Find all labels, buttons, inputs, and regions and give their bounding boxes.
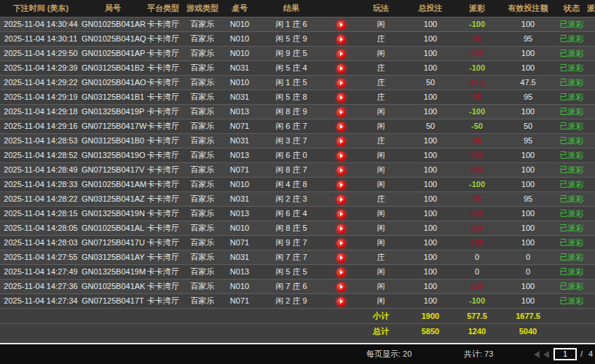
payout-time-clipped: [587, 192, 595, 207]
total-bet: 100: [406, 17, 454, 32]
replay-button[interactable]: [336, 239, 346, 248]
col-game-type: 游戏类型: [182, 0, 223, 17]
subtotal-row-payout: 577.5: [454, 309, 500, 324]
game-type: 百家乐: [182, 221, 223, 236]
replay-button[interactable]: [336, 268, 346, 277]
valid-bet: 100: [500, 149, 556, 163]
play-icon: [340, 299, 343, 304]
result: 闲 8 庄 9: [256, 105, 326, 119]
payout-time-clipped: [587, 221, 595, 236]
total-bet: 100: [406, 221, 454, 236]
table-row: 2025-11-04 14:30:11GN01025B041AQ卡卡湾厅百家乐N…: [0, 32, 595, 47]
replay-button[interactable]: [336, 108, 346, 117]
payout-time-clipped: [587, 178, 595, 192]
valid-bet: 100: [500, 163, 556, 178]
round-id: GN01025B041AP: [82, 47, 144, 61]
table-number: N010: [223, 178, 256, 192]
bet-side: 闲: [355, 236, 406, 250]
replay-button[interactable]: [336, 122, 346, 132]
result: 闲 4 庄 8: [256, 178, 326, 192]
status-badge: 已派彩: [556, 236, 587, 250]
replay-cell: [326, 134, 355, 149]
valid-bet: 0: [500, 250, 556, 265]
game-type: 百家乐: [182, 236, 223, 250]
replay-cell: [326, 163, 355, 178]
bet-side: 闲: [355, 280, 406, 294]
col-payout-time-clipped: 派彩时间: [587, 0, 595, 17]
replay-cell: [326, 192, 355, 207]
replay-cell: [326, 149, 355, 163]
play-icon: [340, 212, 343, 216]
replay-button[interactable]: [336, 253, 346, 263]
round-id: GN01025B041AO: [82, 76, 144, 90]
game-type: 百家乐: [182, 280, 223, 294]
payout-time-clipped: [587, 76, 595, 90]
game-type: 百家乐: [182, 207, 223, 221]
replay-button[interactable]: [336, 181, 346, 190]
prev-page-icon[interactable]: [543, 351, 549, 358]
replay-button[interactable]: [336, 282, 346, 292]
payout-time-clipped: [587, 32, 595, 47]
payout-time-clipped: [587, 119, 595, 134]
status-badge: 已派彩: [556, 280, 587, 294]
bet-time: 2025-11-04 14:27:34: [0, 294, 82, 309]
table-row: 2025-11-04 14:29:18GN01325B0419P卡卡湾厅百家乐N…: [0, 105, 595, 119]
first-page-icon[interactable]: [534, 351, 540, 358]
col-payout: 派彩: [454, 0, 500, 17]
table-row: 2025-11-04 14:27:34GN07125B0417T卡卡湾厅百家乐N…: [0, 294, 595, 309]
col-result: 结果: [256, 0, 326, 17]
result: 闲 1 庄 6: [256, 17, 326, 32]
replay-button[interactable]: [336, 195, 346, 205]
replay-button[interactable]: [336, 210, 346, 219]
replay-button[interactable]: [336, 50, 346, 59]
payout-time-clipped: [587, 250, 595, 265]
payout-time-clipped: [587, 90, 595, 105]
payout-time-clipped: [587, 47, 595, 61]
result: 闲 6 庄 4: [256, 207, 326, 221]
bet-time: 2025-11-04 14:27:36: [0, 280, 82, 294]
result: 闲 3 庄 7: [256, 134, 326, 149]
table-row: 2025-11-04 14:28:49GN07125B0417V卡卡湾厅百家乐N…: [0, 163, 595, 178]
replay-button[interactable]: [336, 93, 346, 103]
replay-button[interactable]: [336, 151, 346, 161]
result: 闲 2 庄 9: [256, 294, 326, 309]
bet-time: 2025-11-04 14:30:11: [0, 32, 82, 47]
replay-button[interactable]: [336, 297, 346, 306]
status-badge: 已派彩: [556, 32, 587, 47]
table-number: N010: [223, 76, 256, 90]
platform-type: 卡卡湾厅: [144, 17, 182, 32]
valid-bet: 100: [500, 280, 556, 294]
play-icon: [340, 241, 343, 245]
payout: 100: [454, 149, 500, 163]
replay-button[interactable]: [336, 64, 346, 74]
payout: -100: [454, 61, 500, 76]
payout: 95: [454, 134, 500, 149]
status-badge: 已派彩: [556, 207, 587, 221]
total-bet: 100: [406, 105, 454, 119]
platform-type: 卡卡湾厅: [144, 280, 182, 294]
replay-button[interactable]: [336, 35, 346, 44]
game-type: 百家乐: [182, 61, 223, 76]
replay-button[interactable]: [336, 79, 346, 88]
page-number-input[interactable]: 1: [553, 348, 577, 360]
replay-cell: [326, 61, 355, 76]
replay-cell: [326, 236, 355, 250]
bet-side: 庄: [355, 32, 406, 47]
table-row: 2025-11-04 14:27:55GN03125B041AY卡卡湾厅百家乐N…: [0, 250, 595, 265]
replay-cell: [326, 294, 355, 309]
bet-side: 闲: [355, 221, 406, 236]
replay-button[interactable]: [336, 166, 346, 175]
replay-cell: [326, 90, 355, 105]
bet-time: 2025-11-04 14:28:15: [0, 207, 82, 221]
replay-button[interactable]: [336, 137, 346, 146]
replay-button[interactable]: [336, 224, 346, 234]
valid-bet: 100: [500, 17, 556, 32]
round-id: GN01325B0419N: [82, 207, 144, 221]
play-icon: [340, 95, 343, 100]
total-bet: 100: [406, 90, 454, 105]
replay-button[interactable]: [336, 20, 346, 30]
result: 闲 5 庄 8: [256, 90, 326, 105]
table-number: N071: [223, 236, 256, 250]
round-id: GN01325B0419O: [82, 149, 144, 163]
valid-bet: 100: [500, 105, 556, 119]
